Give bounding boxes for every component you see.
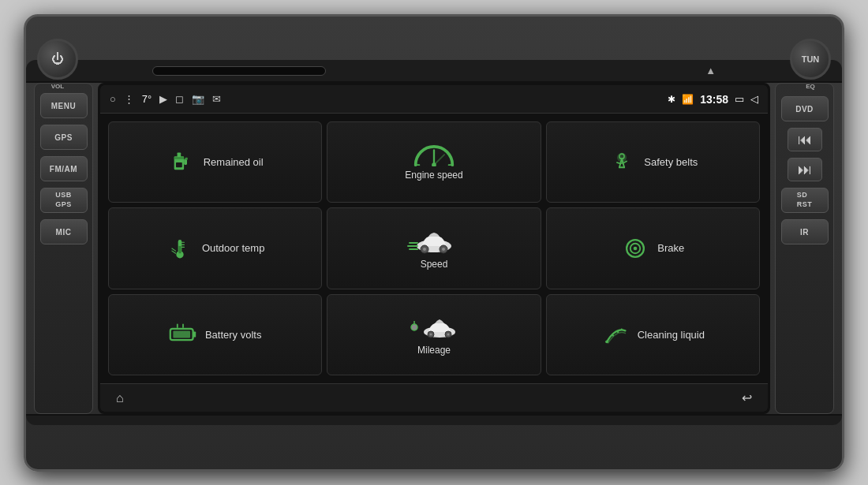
svg-line-22 [172,248,176,251]
tune-label: TUN [802,54,820,64]
svg-point-50 [620,329,622,330]
prev-button[interactable]: ⏮ [788,128,822,151]
svg-rect-4 [185,157,187,159]
cd-slot [152,66,326,76]
remained-oil-card[interactable]: Remained oil [108,121,322,203]
remained-oil-label: Remained oil [204,156,264,168]
wiper-icon [601,323,630,345]
fuel-icon [167,151,196,173]
wifi-icon: 📶 [682,94,694,105]
home-status-icon[interactable]: ○ [110,93,116,105]
gps-button[interactable]: GPS [40,125,88,150]
svg-point-27 [423,248,426,251]
eject-button[interactable]: ▲ [705,65,716,76]
svg-point-49 [617,331,619,333]
time-display: 13:58 [700,93,728,106]
bottom-bar: ⌂ ↩ [100,383,768,412]
svg-line-23 [172,251,176,253]
email-icon: ✉ [212,93,221,105]
screen: ○ ⋮ 7° ▶ ◻ 📷 ✉ ✱ 📶 13:58 ▭ ◁ [98,83,770,414]
svg-point-47 [605,341,608,344]
menu-status-icon[interactable]: ⋮ [124,93,134,105]
mileage-card[interactable]: Mileage [327,294,541,375]
seatbelt-icon [608,151,636,173]
main-grid: Remained oil Engine speed [100,114,768,383]
svg-point-28 [442,248,445,251]
svg-rect-37 [173,331,190,338]
svg-point-45 [429,334,432,336]
svg-point-48 [612,335,613,337]
status-bar: ○ ⋮ 7° ▶ ◻ 📷 ✉ ✱ 📶 13:58 ▭ ◁ [100,85,768,114]
gauge-icon [410,144,458,166]
play-status-icon[interactable]: ▶ [159,93,167,105]
fmam-button[interactable]: FM/AM [40,156,88,181]
brake-icon [621,237,649,259]
vol-label: VOL [37,83,78,90]
menu-button[interactable]: MENU [40,93,88,118]
radio-unit: ▲ ⏻ VOL TUN EQ MENU GPS FM/AM USBGPS MIC… [24,14,844,472]
engine-speed-label: Engine speed [405,170,462,181]
mileage-label: Mileage [417,345,451,356]
thermometer-icon [166,237,194,259]
svg-point-40 [411,324,417,330]
ir-button[interactable]: IR [781,219,829,244]
right-panel: DVD ⏮ ⏭ SDRST IR [775,83,834,414]
home-bottom-icon[interactable]: ⌂ [116,391,124,405]
svg-point-34 [634,247,638,251]
power-icon: ⏻ [51,52,64,66]
cleaning-liquid-card[interactable]: Cleaning liquid [546,294,760,375]
dvd-button[interactable]: DVD [781,96,829,121]
screen-size-icon: ▭ [735,93,744,105]
bluetooth-icon: ✱ [668,94,675,105]
svg-rect-18 [178,246,181,253]
cleaning-liquid-label: Cleaning liquid [638,329,705,341]
back-bottom-icon[interactable]: ↩ [742,390,752,405]
volume-knob[interactable]: ⏻ [37,39,78,80]
outdoor-temp-card[interactable]: Outdoor temp [108,207,322,289]
outdoor-temp-label: Outdoor temp [202,242,265,254]
speed-card[interactable]: Speed [327,207,541,289]
sd-rst-button[interactable]: SDRST [781,188,829,213]
car-mileage-icon [406,313,462,341]
car-speed-icon [406,227,462,256]
tune-knob[interactable]: TUN [790,39,831,80]
svg-point-46 [447,334,449,336]
next-button[interactable]: ⏭ [788,158,822,181]
battery-volts-card[interactable]: Battery volts [108,294,322,375]
camera-icon: 📷 [192,93,204,105]
brake-card[interactable]: Brake [546,207,760,289]
left-panel: MENU GPS FM/AM USBGPS MIC [34,83,93,414]
svg-rect-2 [177,152,181,156]
temp-display: 7° [142,93,152,105]
engine-speed-card[interactable]: Engine speed [327,121,541,203]
svg-rect-36 [193,332,196,338]
battery-icon [169,323,197,345]
mic-button[interactable]: MIC [40,219,88,244]
back-nav-icon[interactable]: ◁ [750,93,758,105]
svg-rect-5 [176,162,182,167]
box-icon: ◻ [175,93,184,105]
eq-label: EQ [790,83,831,90]
safety-belts-card[interactable]: Safety belts [546,121,760,203]
battery-volts-label: Battery volts [205,329,262,341]
brake-label: Brake [657,242,684,254]
safety-belts-label: Safety belts [644,156,698,168]
usb-gps-button[interactable]: USBGPS [40,188,88,213]
speed-label: Speed [421,259,448,270]
